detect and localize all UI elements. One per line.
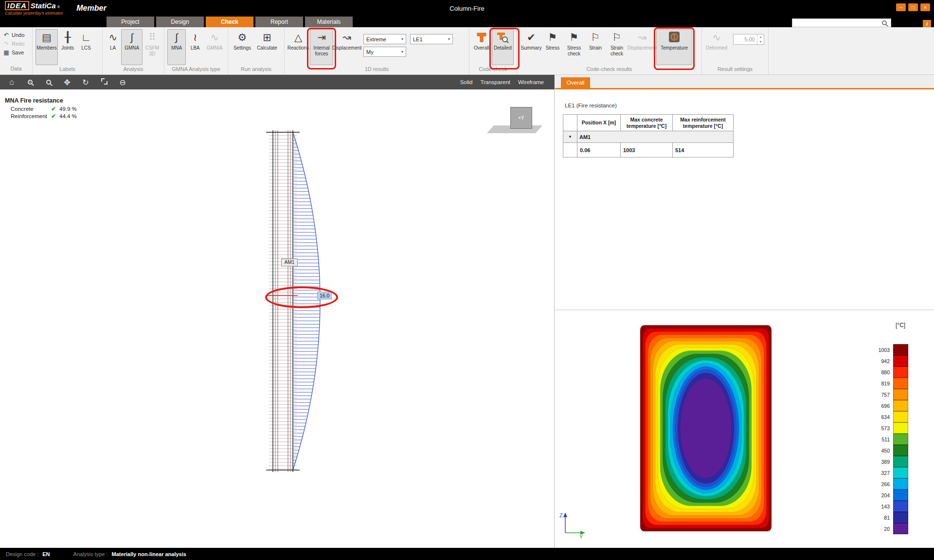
tab-report[interactable]: Report	[255, 17, 303, 27]
save-button[interactable]: ▦ Save	[3, 49, 24, 56]
reactions-button[interactable]: △ Reactions	[287, 29, 309, 65]
detailed-button[interactable]: Detailed	[492, 29, 514, 65]
members-button[interactable]: ▤ Members	[36, 29, 58, 65]
scale-color-cell	[893, 467, 908, 478]
strain-button[interactable]: ⚐ Strain	[586, 29, 605, 65]
gmna-icon: ∫	[130, 31, 133, 45]
group-name-cell: AM1	[577, 131, 734, 143]
my-component-dropdown[interactable]: My ▾	[363, 47, 406, 57]
temperature-button[interactable]: Temperature	[656, 29, 692, 65]
scale-stepper[interactable]: 5.00 ▲ ▼	[733, 34, 764, 45]
undo-button[interactable]: ↶ Undo	[3, 32, 24, 38]
check-ok-icon: ✔	[48, 105, 59, 112]
internal-forces-button[interactable]: ⇥ Internal forces	[310, 29, 333, 65]
scale-value: 389	[866, 459, 893, 465]
summary-button[interactable]: ✔ Summary	[520, 29, 542, 65]
scale-color-cell	[893, 490, 908, 501]
pan-icon[interactable]: ✥	[62, 78, 72, 87]
overall-check-icon	[476, 31, 487, 45]
scale-color-cell	[893, 445, 908, 456]
view-mode-wireframe[interactable]: Wireframe	[518, 79, 544, 85]
group-label-data: Data	[0, 65, 32, 74]
extreme-dropdown[interactable]: Extreme ▾	[363, 34, 406, 44]
clip-plane-icon[interactable]: ⊖	[118, 78, 127, 87]
deformed-icon: ∿	[712, 31, 721, 45]
load-case-dropdown[interactable]: LE1 ▾	[410, 34, 453, 44]
ribbon-tab-bar: Project Design Check Report Materials i	[0, 17, 934, 27]
tab-project[interactable]: Project	[107, 17, 154, 27]
temperature-contour-plot	[640, 325, 772, 531]
gmna-button[interactable]: ∫ GMNA	[121, 29, 143, 65]
scale-row: 1003	[866, 344, 908, 355]
lcs-button[interactable]: ∟ LCS	[77, 29, 95, 65]
cell-max-concrete-temp: 1003	[621, 143, 673, 158]
gmna-label: GMNA	[125, 45, 139, 51]
zoom-window-icon[interactable]	[25, 78, 35, 87]
member-name-label[interactable]: AM1	[281, 259, 298, 266]
rotate-icon[interactable]: ↻	[81, 78, 90, 87]
minimize-button[interactable]: ─	[896, 3, 906, 11]
mna-button[interactable]: ∫ MNA	[167, 29, 186, 65]
stress-button[interactable]: ⚑ Stress	[543, 29, 562, 65]
model-viewport[interactable]: MNA Fire resistance Concrete ✔ 49.9 % Re…	[0, 89, 555, 548]
settings-label: Settings	[234, 45, 251, 51]
ribbon-group-data: ↶ Undo ↷ Redo ▦ Save Data	[0, 27, 33, 74]
group-label-gmna-type: GMNA Analysis type	[164, 65, 228, 74]
detailed-check-icon	[496, 31, 509, 45]
zoom-icon[interactable]	[44, 78, 54, 87]
module-name: Member	[76, 4, 106, 13]
view-mode-transparent[interactable]: Transparent	[480, 79, 510, 85]
displacement-1d-button[interactable]: ↝ Displacement	[334, 29, 359, 65]
section-result-value[interactable]: 16.0	[317, 292, 332, 299]
calculate-button[interactable]: ⊞ Calculate	[254, 29, 280, 65]
result-summary-title: MNA Fire resistance	[5, 97, 77, 104]
strain-check-label: Strain check	[606, 45, 628, 56]
logo-idea: IDEA	[5, 1, 29, 11]
save-label: Save	[12, 50, 24, 55]
group-label-result-settings: Result settings	[702, 65, 768, 74]
orientation-cube[interactable]: +Y	[510, 107, 532, 129]
zoom-fit-icon[interactable]	[99, 78, 109, 87]
tab-materials[interactable]: Materials	[305, 17, 353, 27]
lba-button[interactable]: ≀ LBA	[187, 29, 203, 65]
cell-position: 0.06	[577, 143, 621, 158]
overall-button[interactable]: Overall	[472, 29, 491, 65]
close-button[interactable]: ×	[920, 3, 930, 11]
settings-button[interactable]: ⚙ Settings	[231, 29, 253, 65]
calculate-icon: ⊞	[263, 31, 271, 45]
load-case-subtitle: LE1 (Fire resistance)	[565, 103, 617, 108]
tab-design[interactable]: Design	[156, 17, 204, 27]
redo-button[interactable]: ↷ Redo	[3, 40, 24, 47]
stress-check-icon: ⚑	[570, 31, 579, 45]
joints-button[interactable]: ╂ Joints	[59, 29, 76, 65]
extreme-dropdown-value: Extreme	[366, 36, 386, 42]
deformed-button[interactable]: ∿ Deformed	[705, 29, 728, 65]
deformed-label: Deformed	[706, 45, 727, 51]
ribbon-group-code-check: Overall Detailed Code-check	[469, 27, 517, 74]
scale-value: 819	[866, 381, 893, 386]
stress-check-button[interactable]: ⚑ Stress check	[563, 29, 585, 65]
gmnia-button[interactable]: ∿ GMNIA	[204, 29, 225, 65]
la-button[interactable]: ∿ LA	[106, 29, 120, 65]
csfm-3d-button[interactable]: ⠿ CSFM 3D	[144, 29, 161, 65]
expander-icon[interactable]: ▼	[568, 135, 572, 139]
strain-check-button[interactable]: ⚐ Strain check	[606, 29, 628, 65]
displacement-cc-button[interactable]: ↝ Displacement	[629, 29, 655, 65]
view-mode-solid[interactable]: Solid	[460, 79, 473, 85]
scale-row: 819	[866, 378, 908, 389]
analysis-type-value: Materially non-linear analysis	[111, 551, 186, 557]
search-input[interactable]	[792, 18, 891, 27]
table-group-row[interactable]: ▼ AM1	[563, 131, 734, 143]
table-row[interactable]: 0.06 1003 514	[563, 143, 734, 158]
tab-check[interactable]: Check	[206, 17, 253, 27]
members-label: Members	[36, 45, 57, 51]
scale-value: 634	[866, 414, 893, 420]
stepper-down-icon[interactable]: ▼	[757, 39, 764, 44]
maximize-button[interactable]: □	[908, 3, 918, 11]
displacement-1d-label: Displacement	[332, 45, 362, 51]
home-view-icon[interactable]: ⌂	[7, 78, 17, 87]
tab-overall[interactable]: Overall	[561, 77, 590, 88]
stepper-up-icon[interactable]: ▲	[757, 35, 764, 39]
scale-color-cell	[893, 411, 908, 422]
mna-label: MNA	[171, 45, 182, 51]
